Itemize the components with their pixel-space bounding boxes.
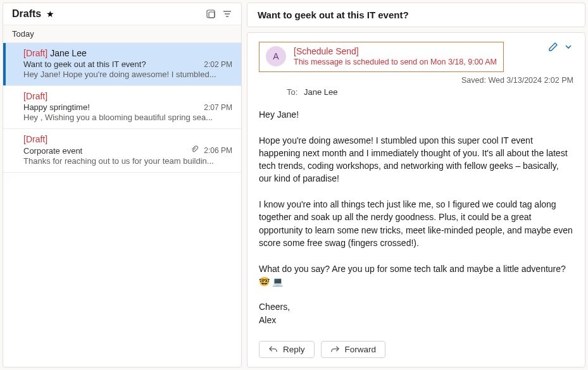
edit-icon[interactable]	[548, 42, 558, 52]
schedule-send-title: [Schedule Send]	[294, 46, 497, 56]
layout-icon[interactable]	[206, 9, 216, 19]
draft-label: [Draft]	[23, 91, 47, 101]
reply-icon	[268, 345, 278, 354]
list-item[interactable]: [Draft] Jane Lee Want to geek out at thi…	[3, 43, 241, 86]
action-row: Reply Forward	[259, 330, 573, 358]
draft-label: [Draft]	[23, 134, 47, 144]
folder-title: Drafts	[12, 8, 41, 20]
message-subject: Corporate event	[23, 146, 82, 156]
reading-pane: A [Schedule Send] This message is schedu…	[247, 32, 585, 367]
to-value: Jane Lee	[304, 87, 338, 97]
message-subject: Want to geek out at this IT event?	[23, 59, 146, 69]
saved-timestamp: Saved: Wed 3/13/2024 2:02 PM	[259, 76, 573, 85]
forward-label: Forward	[345, 345, 377, 354]
selection-bar	[3, 43, 6, 85]
schedule-send-note: This message is scheduled to send on Mon…	[294, 58, 497, 66]
attachment-icon	[191, 145, 199, 156]
message-preview: Hey , Wishing you a blooming beautiful s…	[23, 113, 232, 122]
avatar: A	[266, 46, 286, 66]
message-time: 2:02 PM	[204, 60, 232, 69]
folder-header: Drafts ★	[3, 3, 241, 25]
message-preview: Hey Jane! Hope you're doing awesome! I s…	[23, 70, 232, 79]
message-preview: Thanks for reaching out to us for your t…	[23, 156, 232, 166]
reading-pane-container: Want to geek out at this IT event? A [Sc…	[247, 3, 585, 367]
reply-button[interactable]: Reply	[259, 341, 315, 358]
forward-icon	[330, 345, 340, 354]
message-time: 2:07 PM	[204, 103, 232, 112]
svg-rect-0	[207, 10, 215, 18]
to-label: To:	[287, 87, 297, 97]
section-label-today: Today	[3, 25, 241, 43]
list-item[interactable]: [Draft] Corporate event 2:06 PM Thanks f…	[3, 129, 241, 173]
header-actions	[548, 42, 573, 52]
chevron-down-icon[interactable]	[563, 42, 573, 52]
message-header-row: A [Schedule Send] This message is schedu…	[259, 42, 573, 72]
star-icon[interactable]: ★	[46, 9, 54, 19]
svg-rect-1	[209, 12, 215, 18]
message-time: 2:06 PM	[204, 146, 232, 155]
message-list-panel: Drafts ★ Today [Draft] Jane Lee Want to …	[3, 3, 242, 367]
list-item[interactable]: [Draft] Happy springtime! 2:07 PM Hey , …	[3, 86, 241, 129]
reply-label: Reply	[283, 345, 305, 354]
filter-icon[interactable]	[222, 9, 232, 19]
reading-subject: Want to geek out at this IT event?	[247, 3, 585, 27]
message-subject: Happy springtime!	[23, 102, 90, 112]
schedule-send-box: A [Schedule Send] This message is schedu…	[259, 42, 504, 72]
message-body: Hey Jane! Hope you're doing awesome! I s…	[259, 108, 573, 326]
forward-button[interactable]: Forward	[321, 341, 386, 358]
to-line: To: Jane Lee	[287, 87, 573, 97]
draft-label: [Draft]	[23, 48, 47, 58]
message-from: Jane Lee	[50, 48, 87, 58]
